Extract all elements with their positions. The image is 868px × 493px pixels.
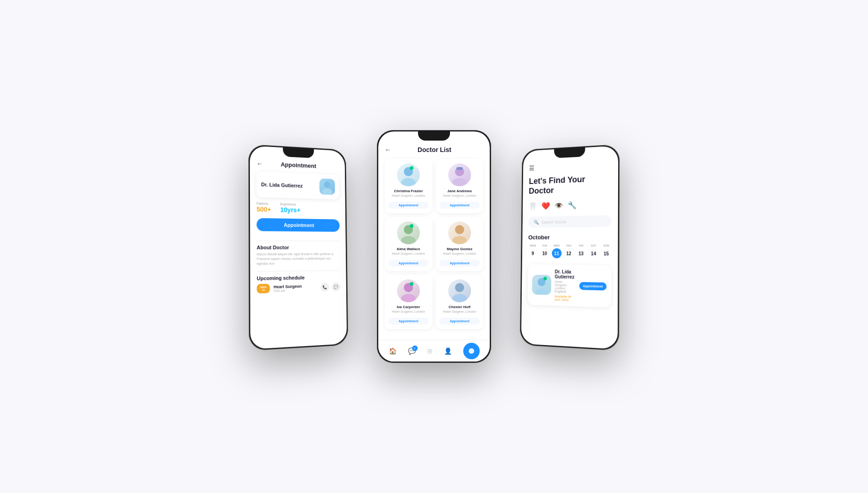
notch2 — [418, 131, 450, 141]
doctor-card: Dr. Lida Gutierrez — [256, 171, 339, 199]
cal-num-thu: 12 — [564, 248, 574, 258]
svg-point-12 — [452, 236, 467, 244]
find-doctor-heading: Let's Find Your Doctor — [529, 173, 611, 196]
stats-row: Patients 500+ Experience 10yrs+ — [256, 202, 339, 215]
calendar-week: MON 9 TUE 10 WED 11 THU 12 — [528, 244, 611, 259]
doctor6-name: Chester Huff — [439, 305, 480, 309]
schedule-title: Upcoming schedule — [257, 274, 340, 281]
category-other[interactable]: 🔧 — [568, 201, 577, 210]
phone-appointment: ← Appointment Dr. Lida Gutierrez Patient… — [249, 144, 348, 351]
cal-num-sun: 15 — [601, 248, 612, 259]
cardio-icon: ❤️ — [541, 202, 550, 210]
schedule-time: 9:00 am — [274, 288, 317, 292]
patients-label: Patients — [256, 202, 271, 205]
doctor2-appointment-button[interactable]: Appointment — [439, 202, 480, 209]
doctor3-name: Alma Wallace — [388, 247, 429, 251]
grid-nav-icon[interactable]: ⊞ — [427, 347, 433, 355]
doctor2-avatar — [448, 163, 471, 186]
cal-day-wed[interactable]: WED 11 — [552, 244, 561, 258]
message-icon[interactable]: 💬 — [332, 283, 340, 292]
back-arrow-icon[interactable]: ← — [256, 160, 263, 168]
doctor4-appointment-button[interactable]: Appointment — [439, 260, 480, 267]
phone2-back-icon[interactable]: ← — [385, 146, 391, 153]
category-eye[interactable]: 👁️ — [555, 201, 563, 210]
heading-line1: Let's Find Your — [529, 175, 585, 186]
category-cardio[interactable]: ❤️ — [541, 202, 550, 210]
availability-status: Available for your need — [555, 295, 576, 302]
active-nav-button[interactable] — [463, 343, 480, 359]
schedule-info: Heart Surgeon 9:00 am — [274, 283, 317, 292]
phone-icon[interactable]: 📞 — [320, 283, 329, 292]
phone2-screen: ← Doctor List — [378, 131, 490, 362]
schedule-item: WED 11 Heart Surgeon 9:00 am 📞 💬 — [257, 283, 340, 294]
doctor-name: Dr. Lida Gutierrez — [261, 182, 302, 189]
doctor5-name: Iva Carpenter — [388, 305, 429, 309]
profile-nav-icon[interactable]: 👤 — [444, 347, 452, 355]
doctor5-appointment-button[interactable]: Appointment — [388, 318, 429, 325]
cal-num-sat: 14 — [588, 248, 598, 258]
about-title: About Doctor — [257, 245, 340, 250]
cal-day-tue[interactable]: TUE 10 — [540, 244, 550, 258]
doctor3-appointment-button[interactable]: Appointment — [388, 260, 429, 267]
divider2 — [257, 270, 340, 272]
cal-num-tue: 10 — [540, 248, 550, 258]
phone-find-doctor: ☰ Let's Find Your Doctor 🦷 ❤️ 👁️ — [520, 144, 619, 351]
patients-value: 500+ — [256, 205, 271, 213]
phone1-screen: ← Appointment Dr. Lida Gutierrez Patient… — [250, 146, 347, 349]
phone1-title: Appointment — [281, 161, 316, 169]
cal-day-fri[interactable]: FRI 13 — [576, 244, 586, 258]
svg-point-4 — [410, 166, 413, 170]
search-bar[interactable]: 🔍 Search Doctor — [529, 215, 612, 228]
doctor1-spec: Heart Surgeon, London — [388, 194, 429, 197]
cal-num-wed: 11 — [552, 248, 561, 258]
cal-day-thu[interactable]: THU 12 — [564, 244, 574, 258]
doctor2-name: Jane Andrews — [439, 189, 480, 193]
bottom-navigation: 🏠 💬 2 ⊞ 👤 — [378, 340, 490, 362]
featured-doctor-spec: Heart Surgeon, London, England — [555, 280, 576, 294]
appointment-button[interactable]: Appointment — [257, 218, 340, 232]
chat-nav-icon[interactable]: 💬 2 — [408, 347, 416, 355]
doctor4-avatar — [448, 221, 471, 244]
cal-num-mon: 9 — [528, 248, 538, 258]
doctor6-appointment-button[interactable]: Appointment — [439, 318, 480, 325]
svg-point-1 — [322, 189, 333, 195]
category-icons: 🦷 ❤️ 👁️ 🔧 — [529, 200, 612, 210]
doctor1-appointment-button[interactable]: Appointment — [388, 202, 429, 209]
cal-day-sun[interactable]: SUN 15 — [601, 244, 612, 259]
phones-container: ← Appointment Dr. Lida Gutierrez Patient… — [249, 130, 619, 363]
svg-point-16 — [455, 283, 464, 292]
doctor3-avatar — [397, 221, 420, 244]
svg-point-3 — [401, 178, 416, 186]
calendar-month: October — [528, 234, 611, 241]
doctor6-spec: Heart Surgeon, London — [439, 310, 480, 313]
doctor1-name: Christina Frazier — [388, 189, 429, 193]
doctor4-spec: Heart Surgeon, London — [439, 252, 480, 255]
doctor-grid: Christina Frazier Heart Surgeon, London … — [385, 159, 483, 329]
featured-doctor-info: Dr. Lida Gutierrez Heart Surgeon, London… — [555, 269, 576, 302]
svg-rect-7 — [456, 167, 463, 170]
date-badge: WED 11 — [257, 284, 270, 294]
svg-point-10 — [410, 224, 413, 228]
cal-label-sun: SUN — [603, 244, 609, 247]
search-icon: 🔍 — [534, 220, 539, 225]
experience-value: 10yrs+ — [281, 206, 301, 214]
divider1 — [257, 241, 340, 241]
menu-icon[interactable]: ☰ — [529, 161, 612, 172]
featured-doctor-name: Dr. Lida Gutierrez — [555, 269, 576, 280]
category-dental[interactable]: 🦷 — [529, 202, 537, 211]
doctor6-avatar — [448, 279, 471, 302]
cal-day-sat[interactable]: SAT 14 — [588, 244, 598, 259]
doctor5-avatar — [397, 279, 420, 302]
patients-stat: Patients 500+ — [256, 202, 271, 214]
doctor-card-3: Alma Wallace Heart Surgeon, London Appoi… — [385, 217, 432, 271]
schedule-action-icons: 📞 💬 — [320, 283, 340, 292]
featured-doctor-card: Dr. Lida Gutierrez Heart Surgeon, London… — [528, 264, 611, 308]
cal-day-mon[interactable]: MON 9 — [528, 244, 538, 258]
svg-point-9 — [401, 236, 416, 244]
phone2-header: ← Doctor List — [385, 146, 483, 153]
experience-label: Experience — [280, 202, 300, 206]
cal-label-mon: MON — [530, 244, 536, 247]
home-nav-icon[interactable]: 🏠 — [389, 347, 397, 355]
phone-doctor-list: ← Doctor List — [377, 130, 491, 363]
featured-appointment-button[interactable]: Appointment — [579, 282, 607, 290]
